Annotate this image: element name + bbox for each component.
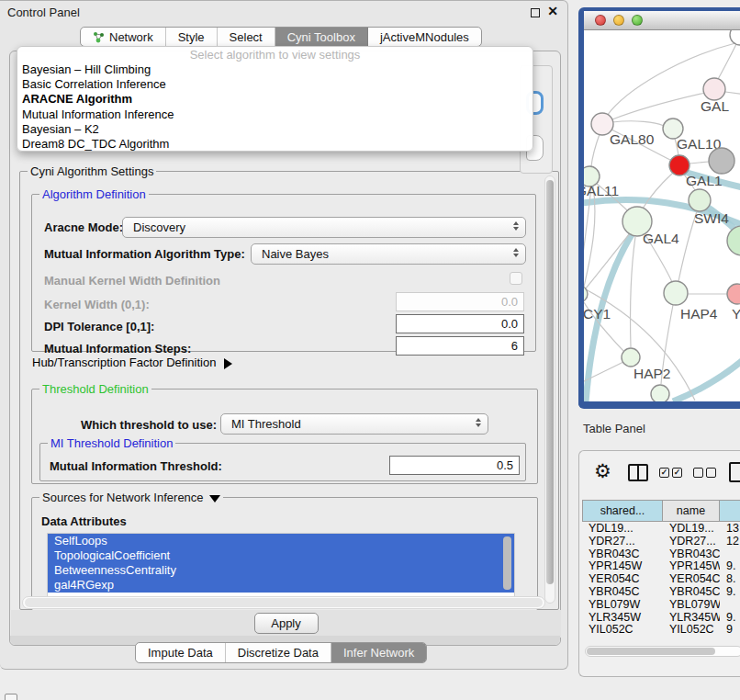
column-header-shared-[interactable]: shared...: [582, 500, 663, 522]
table-row[interactable]: YBR043CYBR043C: [582, 548, 740, 560]
table-cell: YER054C: [663, 572, 720, 585]
table-row[interactable]: YBR045CYBR045C9.: [582, 585, 740, 598]
network-node-y[interactable]: [727, 284, 740, 304]
network-node[interactable]: [709, 148, 734, 174]
horizontal-scrollbar[interactable]: [22, 596, 545, 609]
tab-network[interactable]: Network: [81, 28, 166, 46]
tab-discretize-data[interactable]: Discretize Data: [226, 643, 331, 662]
document-icon[interactable]: [729, 462, 740, 482]
table-row[interactable]: YER054CYER054C8.: [582, 572, 740, 585]
manual-kernel-label: Manual Kernel Width Definition: [44, 274, 220, 288]
manual-kernel-checkbox[interactable]: [510, 272, 522, 285]
attribute-item-selfloops[interactable]: SelfLoops: [48, 534, 514, 548]
table-row[interactable]: YPR145WYPR145W9.: [582, 559, 740, 572]
network-node[interactable]: [727, 226, 740, 255]
hub-definition-expander[interactable]: Hub/Transcription Factor Definition: [32, 356, 232, 369]
node-label-gal: GAL: [701, 98, 729, 114]
tab-select[interactable]: Select: [218, 28, 275, 46]
column-header-name[interactable]: name: [663, 500, 720, 522]
table-cell: YER054C: [582, 572, 663, 585]
tab-label: Style: [178, 30, 205, 44]
algorithm-definition-group: Algorithm Definition Aracne Mode: Discov…: [31, 194, 536, 352]
table-row[interactable]: YIL052CYIL052C9: [582, 623, 740, 636]
minimize-traffic-light-icon[interactable]: [613, 15, 624, 26]
table-horizontal-scrollbar[interactable]: [585, 646, 740, 657]
dpi-tolerance-field[interactable]: 0.0: [396, 314, 524, 333]
stepper-icon: [513, 248, 519, 257]
network-node-hap2[interactable]: [622, 348, 640, 367]
mi-steps-field[interactable]: 6: [396, 336, 524, 356]
algorithm-option-bayesian-hill-climbing[interactable]: Bayesian – Hill Climbing: [17, 62, 533, 77]
stepper-icon: [513, 221, 519, 231]
attribute-item-topologicalcoefficient[interactable]: TopologicalCoefficient: [48, 548, 514, 563]
columns-icon[interactable]: [628, 464, 648, 481]
float-window-icon[interactable]: [531, 8, 540, 17]
checked-checkbox-icon[interactable]: ✓: [659, 468, 669, 478]
algorithm-option-basic-correlation-inference[interactable]: Basic Correlation Inference: [17, 77, 533, 92]
kernel-width-field[interactable]: 0.0: [396, 292, 524, 311]
table-row[interactable]: YDL19...YDL19...13: [582, 522, 740, 535]
network-edge[interactable]: [690, 162, 709, 164]
table-row[interactable]: YBL079WYBL079W: [582, 598, 740, 611]
table-cell: YLR345W: [582, 611, 663, 624]
mi-threshold-field[interactable]: 0.5: [389, 456, 520, 475]
node-label-gal10: GAL10: [677, 136, 722, 152]
unchecked-checkbox-icon[interactable]: [693, 468, 703, 478]
which-threshold-value: MI Threshold: [231, 417, 301, 431]
table-cell: 9.: [720, 611, 740, 624]
tab-label: Network: [109, 30, 153, 44]
tab-style[interactable]: Style: [166, 28, 218, 46]
aracne-mode-select[interactable]: Discovery: [122, 217, 526, 238]
zoom-traffic-light-icon[interactable]: [632, 15, 643, 26]
dpi-tolerance-label: DPI Tolerance [0,1]:: [44, 320, 154, 333]
network-edge[interactable]: [591, 134, 600, 166]
table-panel-window: ⚙ ✓ ✓ shared...name YDL19...YDL19...13YD…: [578, 450, 740, 677]
tab-label: Discretize Data: [238, 646, 319, 660]
tab-impute-data[interactable]: Impute Data: [136, 643, 226, 662]
network-edge[interactable]: [631, 237, 635, 347]
table-cell: YBL079W: [582, 598, 663, 611]
algorithm-option-bayesian-k2[interactable]: Bayesian – K2: [17, 122, 533, 137]
tab-cyni-toolbox[interactable]: Cyni Toolbox: [275, 28, 368, 46]
attributes-scrollbar[interactable]: [503, 536, 511, 590]
algorithm-option-dream8-dc-tdc-algorithm[interactable]: Dream8 DC_TDC Algorithm: [17, 137, 533, 152]
table-row[interactable]: YLR345WYLR345W9.: [582, 611, 740, 624]
column-header-2[interactable]: [720, 500, 740, 522]
mi-type-select[interactable]: Naive Bayes: [251, 243, 526, 265]
close-icon[interactable]: ✕: [547, 4, 558, 18]
network-node-gcy1[interactable]: [584, 286, 588, 302]
algorithm-option-aracne-algorithm[interactable]: ARACNE Algorithm: [17, 92, 533, 107]
unchecked-checkbox-icon[interactable]: [706, 468, 716, 478]
stepper-icon: [476, 418, 481, 427]
table-cell: YPR145W: [663, 559, 720, 572]
vertical-scrollbar[interactable]: [544, 175, 555, 604]
gear-icon[interactable]: ⚙: [594, 460, 611, 482]
network-edge[interactable]: [725, 92, 740, 95]
attribute-item-gal4rgexp[interactable]: gal4RGexp: [48, 578, 514, 593]
network-edge[interactable]: [612, 93, 705, 119]
network-node-hap4[interactable]: [664, 281, 688, 305]
network-canvas[interactable]: GALGAL80GAL10GAL1GAL11SWI4GAL4GCY1HAP4YH…: [584, 30, 740, 401]
checked-checkbox-icon[interactable]: ✓: [672, 468, 682, 478]
algorithm-option-mutual-information-inference[interactable]: Mutual Information Inference: [17, 107, 533, 122]
network-node-gal[interactable]: [703, 78, 725, 100]
algorithm-definition-legend: Algorithm Definition: [39, 187, 149, 201]
tab-jactivemnodules[interactable]: jActiveMNodules: [368, 28, 481, 46]
which-threshold-select[interactable]: MI Threshold: [220, 413, 488, 435]
apply-button[interactable]: Apply: [254, 613, 319, 634]
network-node[interactable]: [730, 30, 740, 45]
data-attributes-list[interactable]: SelfLoopsTopologicalCoefficientBetweenne…: [47, 533, 515, 600]
control-panel-window: Control Panel ✕ NetworkStyleSelectCyni T…: [0, 0, 568, 670]
control-panel-tabs: NetworkStyleSelectCyni ToolboxjActiveMNo…: [80, 27, 482, 47]
tab-infer-network[interactable]: Infer Network: [331, 643, 426, 662]
table-row[interactable]: YDR27...YDR27...12: [582, 535, 740, 548]
network-edge[interactable]: [612, 121, 664, 126]
network-icon: [93, 31, 105, 43]
sources-legend[interactable]: Sources for Network Inference: [39, 491, 223, 504]
network-node-swi4[interactable]: [689, 189, 711, 211]
table-cell: [720, 598, 740, 611]
restore-panel-icon[interactable]: [5, 694, 17, 700]
attribute-item-betweennesscentrality[interactable]: BetweennessCentrality: [48, 563, 514, 578]
network-node[interactable]: [651, 385, 669, 401]
close-traffic-light-icon[interactable]: [595, 15, 606, 26]
